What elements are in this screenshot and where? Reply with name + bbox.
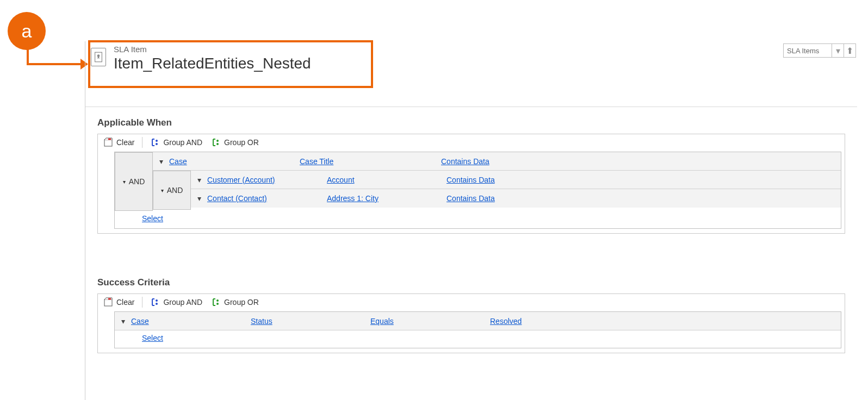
and-operator-outer[interactable]: ▾ AND: [115, 152, 153, 211]
operator-link[interactable]: Contains Data: [441, 157, 841, 166]
section-heading: Applicable When: [97, 117, 845, 128]
condition-row[interactable]: ▾ Case Status Equals Resolved: [115, 312, 841, 330]
chevron-down-icon[interactable]: ▾: [115, 317, 131, 326]
clear-button[interactable]: Clear: [101, 296, 137, 308]
and-label: AND: [167, 186, 183, 195]
chevron-down-icon[interactable]: ▾: [191, 176, 207, 184]
field-link[interactable]: Status: [251, 317, 370, 326]
group-and-button[interactable]: Group AND: [148, 296, 204, 308]
entity-type-label: SLA Item: [114, 45, 311, 54]
rule-block: ▾ Case Status Equals Resolved Select: [114, 311, 841, 348]
conditions-panel: Clear Group AND Group OR: [97, 293, 845, 353]
clear-label: Clear: [116, 138, 134, 147]
content-area: SLA Items ▾ ⬆ SLA Item Item_RelatedEntit…: [85, 41, 857, 400]
section-applicable-when: Applicable When Clear Group AND: [97, 117, 845, 234]
group-or-label: Group OR: [224, 138, 259, 147]
select-link[interactable]: Select: [142, 214, 163, 223]
entity-link[interactable]: Case: [131, 317, 251, 326]
select-row: Select: [115, 211, 841, 228]
certificate-icon: [95, 52, 102, 62]
field-link[interactable]: Address 1: City: [327, 194, 447, 203]
related-records-nav: SLA Items ▾ ⬆: [783, 43, 856, 58]
group-or-icon: [211, 138, 221, 147]
page-root: a SLA Items ▾ ⬆: [0, 0, 868, 400]
entity-link[interactable]: Customer (Account): [207, 176, 327, 184]
and-group-outer: ▾ AND ▾ Case Case Title Contains Data: [115, 152, 841, 211]
condition-row[interactable]: ▾ Customer (Account) Account Contains Da…: [191, 171, 841, 189]
caret-down-icon: ▾: [161, 188, 164, 193]
svg-point-11: [216, 303, 219, 305]
group-or-label: Group OR: [224, 298, 259, 307]
toolbar-separator: [142, 297, 142, 308]
group-and-label: Group AND: [163, 298, 202, 307]
entity-link[interactable]: Case: [169, 157, 300, 166]
caret-down-icon: ▾: [836, 46, 840, 56]
svg-point-5: [216, 140, 219, 142]
caret-down-icon: ▾: [123, 179, 126, 185]
related-select-caret[interactable]: ▾: [832, 43, 844, 58]
rule-block-inner: ▾ Case Status Equals Resolved Select: [114, 311, 841, 348]
group-and-button[interactable]: Group AND: [148, 136, 204, 148]
record-header: SLA Item Item_RelatedEntities_Nested: [85, 41, 857, 78]
group-or-button[interactable]: Group OR: [209, 296, 261, 308]
operator-link[interactable]: Contains Data: [447, 176, 841, 184]
related-select[interactable]: SLA Items: [783, 43, 832, 58]
entity-link[interactable]: Contact (Contact): [207, 194, 327, 203]
record-icon: [91, 48, 106, 66]
divider: [85, 107, 857, 107]
conditions-panel: Clear Group AND Group OR: [97, 134, 845, 234]
chevron-down-icon[interactable]: ▾: [191, 194, 207, 203]
rule-block: ▾ AND ▾ Case Case Title Contains Data: [114, 152, 841, 229]
svg-rect-2: [104, 140, 112, 146]
svg-point-4: [156, 143, 158, 145]
rule-block-inner: ▾ AND ▾ Case Case Title Contains Data: [114, 152, 841, 229]
select-row: Select: [115, 330, 841, 348]
clear-icon: [103, 297, 113, 307]
select-link[interactable]: Select: [142, 334, 163, 342]
condition-row[interactable]: ▾ Contact (Contact) Address 1: City Cont…: [191, 189, 841, 208]
and-operator-inner[interactable]: ▾ AND: [153, 171, 191, 210]
group-and-icon: [150, 138, 160, 147]
and-label: AND: [129, 177, 145, 186]
arrow-up-icon: ⬆: [846, 46, 853, 56]
group-and-label: Group AND: [163, 138, 202, 147]
record-header-text: SLA Item Item_RelatedEntities_Nested: [114, 45, 311, 73]
section-success-criteria: Success Criteria Clear Group AND: [97, 277, 845, 353]
condition-row[interactable]: ▾ Case Case Title Contains Data: [153, 152, 841, 171]
field-link[interactable]: Account: [327, 176, 447, 184]
field-link[interactable]: Case Title: [300, 157, 441, 166]
conditions-toolbar: Clear Group AND Group OR: [98, 134, 845, 151]
group-or-icon: [211, 297, 221, 307]
svg-point-6: [216, 143, 219, 145]
clear-button[interactable]: Clear: [101, 136, 137, 148]
section-heading: Success Criteria: [97, 277, 845, 288]
page-title: Item_RelatedEntities_Nested: [114, 54, 311, 73]
chevron-down-icon[interactable]: ▾: [153, 157, 169, 166]
svg-point-1: [97, 54, 100, 57]
svg-point-8: [156, 299, 158, 302]
group-and-icon: [150, 297, 160, 307]
group-or-button[interactable]: Group OR: [209, 136, 261, 148]
nav-up-button[interactable]: ⬆: [844, 43, 856, 58]
svg-point-10: [216, 299, 219, 302]
annotation-badge: a: [8, 12, 46, 50]
svg-rect-7: [104, 299, 112, 306]
clear-label: Clear: [116, 298, 134, 307]
value-link[interactable]: Resolved: [490, 317, 841, 326]
related-select-label: SLA Items: [787, 47, 819, 55]
toolbar-separator: [142, 137, 142, 148]
svg-point-3: [156, 140, 158, 142]
and-group-inner: ▾ AND ▾ Customer (Account) Accou: [153, 171, 841, 210]
clear-icon: [103, 138, 113, 147]
operator-link[interactable]: Equals: [370, 317, 490, 326]
svg-point-9: [156, 303, 158, 305]
operator-link[interactable]: Contains Data: [447, 194, 841, 203]
conditions-toolbar: Clear Group AND Group OR: [98, 294, 845, 310]
annotation-arrow: [28, 63, 84, 65]
